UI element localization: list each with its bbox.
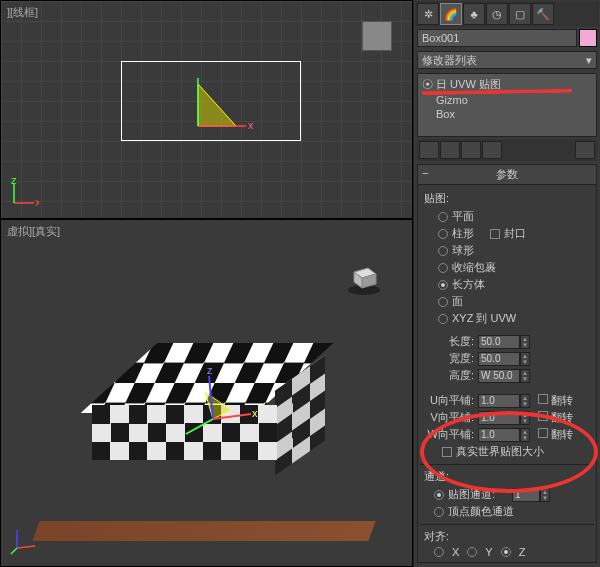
svg-line-20 (11, 548, 17, 554)
mapping-radio-shrinkwrap[interactable]: 收缩包裹 (424, 259, 590, 276)
v-flip-checkbox[interactable] (538, 411, 548, 421)
configure-sets-icon[interactable] (575, 141, 595, 159)
object-color-swatch[interactable] (579, 29, 597, 47)
map-channel-radio[interactable] (434, 490, 444, 500)
axis-gizmo-shaded-icon (9, 526, 39, 556)
svg-marker-8 (205, 392, 231, 419)
viewport-label-top: ][线框] (7, 5, 38, 20)
object-name-input[interactable] (417, 29, 577, 47)
length-label: 长度: (424, 334, 474, 349)
viewport-wireframe[interactable]: ][线框] x x z (0, 0, 413, 219)
tab-motion-icon[interactable]: ◷ (486, 3, 508, 25)
mapping-radio-box[interactable]: 长方体 (424, 276, 590, 293)
width-spinner[interactable]: ▲▼ (478, 352, 530, 366)
align-y-radio[interactable] (467, 547, 477, 557)
width-label: 宽度: (424, 351, 474, 366)
cap-checkbox[interactable] (490, 229, 500, 239)
ground-plane (32, 521, 375, 541)
w-tile-label: W向平铺: (424, 427, 474, 442)
vertex-color-radio[interactable] (434, 507, 444, 517)
remove-modifier-icon[interactable] (482, 141, 502, 159)
modifier-stack-subitem[interactable]: Gizmo (420, 93, 594, 107)
tab-hierarchy-icon[interactable]: ♣ (463, 3, 485, 25)
command-panel: ✲ 🌈 ♣ ◷ ▢ 🔨 修改器列表▾ ☉ 日 UVW 贴图 Gizmo Box (413, 0, 600, 567)
transform-gizmo[interactable]: x z (181, 364, 261, 444)
annotation-underline (422, 88, 572, 94)
viewcube[interactable] (362, 21, 392, 51)
make-unique-icon[interactable] (461, 141, 481, 159)
svg-text:z: z (207, 364, 213, 376)
mapping-radio-planar[interactable]: 平面 (424, 208, 590, 225)
mapping-section-label: 贴图: (424, 191, 590, 206)
channel-section-label: 通道: (424, 469, 590, 484)
svg-text:x: x (35, 196, 39, 208)
svg-line-11 (186, 419, 213, 434)
rollout-header[interactable]: 参数 (418, 165, 596, 185)
viewport-shaded[interactable]: 虚拟][真实] x z (0, 219, 413, 567)
align-section-label: 对齐: (424, 529, 590, 544)
wireframe-box[interactable] (121, 61, 301, 141)
length-spinner[interactable]: ▲▼ (478, 335, 530, 349)
tab-display-icon[interactable]: ▢ (509, 3, 531, 25)
map-channel-spinner[interactable]: ▲▼ (512, 488, 550, 502)
pin-stack-icon[interactable] (419, 141, 439, 159)
modifier-stack[interactable]: ☉ 日 UVW 贴图 Gizmo Box (417, 73, 597, 137)
mapping-radio-xyz[interactable]: XYZ 到 UVW (424, 310, 590, 327)
tab-utilities-icon[interactable]: 🔨 (532, 3, 554, 25)
svg-line-18 (17, 546, 35, 548)
viewcube-shaded[interactable] (346, 260, 382, 296)
mapping-radio-cylindrical[interactable]: 柱形封口 (424, 225, 590, 242)
align-z-radio[interactable] (501, 547, 511, 557)
v-tile-spinner[interactable]: ▲▼ (478, 411, 530, 425)
height-spinner[interactable]: ▲▼ (478, 369, 530, 383)
modifier-stack-toolbar (417, 139, 597, 161)
u-flip-checkbox[interactable] (538, 394, 548, 404)
modifier-list-dropdown[interactable]: 修改器列表▾ (417, 51, 597, 69)
svg-text:z: z (11, 178, 17, 186)
mapping-radio-spherical[interactable]: 球形 (424, 242, 590, 259)
mapping-radio-face[interactable]: 面 (424, 293, 590, 310)
real-world-checkbox[interactable] (442, 447, 452, 457)
viewport-label-bottom: 虚拟][真实] (7, 224, 60, 239)
show-end-result-icon[interactable] (440, 141, 460, 159)
modifier-stack-subitem[interactable]: Box (420, 107, 594, 121)
u-tile-label: U向平铺: (424, 393, 474, 408)
tab-modify-icon[interactable]: 🌈 (440, 3, 462, 25)
svg-text:x: x (252, 407, 258, 419)
w-tile-spinner[interactable]: ▲▼ (478, 428, 530, 442)
axis-gizmo-icon: x z (9, 178, 39, 208)
command-panel-tabs: ✲ 🌈 ♣ ◷ ▢ 🔨 (415, 1, 599, 27)
w-flip-checkbox[interactable] (538, 428, 548, 438)
align-x-radio[interactable] (434, 547, 444, 557)
u-tile-spinner[interactable]: ▲▼ (478, 394, 530, 408)
chevron-down-icon: ▾ (586, 54, 592, 67)
height-label: 高度: (424, 368, 474, 383)
parameters-rollout: 参数 贴图: 平面 柱形封口 球形 收缩包裹 长方体 面 XYZ 到 UVW 长… (417, 164, 597, 563)
modifier-list-label: 修改器列表 (422, 53, 477, 68)
v-tile-label: V向平铺: (424, 410, 474, 425)
tab-create-icon[interactable]: ✲ (417, 3, 439, 25)
